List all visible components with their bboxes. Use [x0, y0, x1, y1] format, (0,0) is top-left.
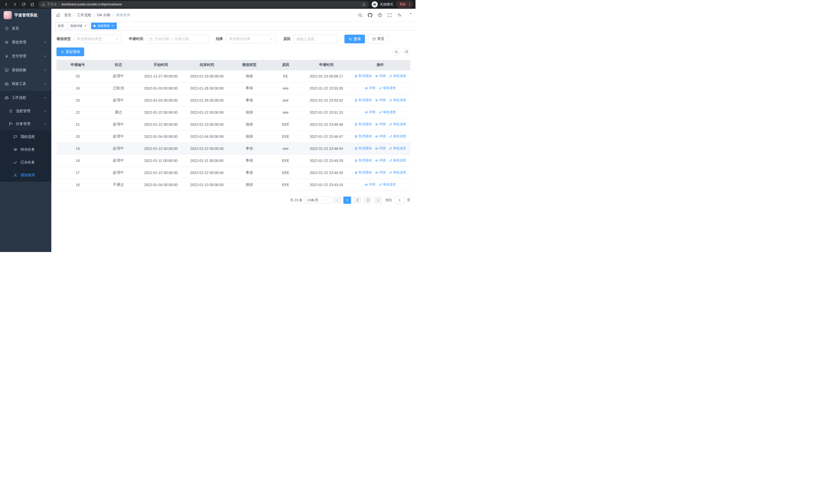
reload-button[interactable]	[20, 1, 27, 8]
yen-icon	[5, 54, 9, 58]
sidebar-item-dev-tools[interactable]: 研发工具	[0, 77, 51, 91]
page-button-2[interactable]: 2	[354, 197, 361, 204]
cell-type: 事假	[230, 94, 269, 106]
collapse-sidebar-icon[interactable]	[55, 12, 61, 18]
logo[interactable]: 芋道管理系统	[0, 9, 51, 22]
approval-progress-link[interactable]: 审批进度	[389, 134, 406, 139]
start-date-placeholder[interactable]: 开始日期	[155, 37, 169, 41]
cancel-leave-link[interactable]: 取消请假	[354, 134, 371, 139]
eye-icon	[375, 159, 378, 162]
cancel-leave-link[interactable]: 取消请假	[354, 146, 371, 151]
page-size-select[interactable]: 10条/页	[305, 197, 331, 204]
help-button[interactable]	[377, 13, 382, 18]
approval-progress-link[interactable]: 审批进度	[389, 122, 406, 126]
plus-icon	[61, 50, 64, 54]
close-icon[interactable]	[84, 24, 87, 28]
next-page-button[interactable]	[374, 197, 382, 204]
result-select[interactable]: 请选择流结果	[226, 35, 276, 43]
reset-button[interactable]: 重置	[368, 35, 389, 43]
header-search-button[interactable]	[358, 13, 363, 18]
sidebar-item-home[interactable]: 首页	[0, 22, 51, 35]
refresh-table-button[interactable]	[403, 48, 410, 56]
kebab-menu-icon[interactable]	[407, 2, 412, 6]
sidebar-item-infrastructure[interactable]: 基础设施	[0, 63, 51, 77]
sidebar-item-workflow[interactable]: 工作流程	[0, 91, 51, 105]
approval-progress-link[interactable]: 审批进度	[389, 170, 406, 175]
table-row[interactable]: 25 处理中 2021-12-27 00:00:00 2022-01-19 00…	[56, 70, 410, 82]
detail-link[interactable]: 详情	[375, 158, 385, 163]
url-text[interactable]: dashboard.yudao.iocoder.cn/bpm/oa/leave	[61, 3, 360, 6]
table-row[interactable]: 23 处理中 2022-01-03 00:00:00 2022-01-26 00…	[56, 94, 410, 106]
approval-progress-link[interactable]: 审批进度	[379, 182, 396, 187]
toggle-search-button[interactable]	[393, 48, 400, 56]
sidebar-item-payment-mgmt[interactable]: 支付管理	[0, 49, 51, 63]
cancel-leave-link[interactable]: 取消请假	[354, 170, 371, 175]
sidebar-item-process-mgmt[interactable]: 流程管理	[0, 105, 51, 118]
table-row[interactable]: 24 已取消 2022-01-03 00:00:00 2022-01-26 00…	[56, 82, 410, 94]
sidebar-item-system-mgmt[interactable]: 系统管理	[0, 35, 51, 49]
create-leave-button[interactable]: 发起请假	[56, 48, 84, 56]
forward-button[interactable]	[11, 1, 19, 8]
sidebar-item-done-tasks[interactable]: 已办任务	[0, 156, 51, 169]
cancel-leave-link[interactable]: 取消请假	[354, 74, 371, 78]
approval-progress-link[interactable]: 审批进度	[389, 98, 406, 102]
detail-link[interactable]: 详情	[375, 170, 385, 175]
tab-leave-query[interactable]: 请假查询	[91, 23, 117, 29]
total-count: 共 23 条	[290, 198, 302, 203]
address-bar[interactable]: 不安全 dashboard.yudao.iocoder.cn/bpm/oa/le…	[38, 1, 369, 8]
approval-progress-link[interactable]: 审批进度	[379, 86, 396, 90]
cancel-leave-link[interactable]: 取消请假	[354, 158, 371, 163]
sidebar-item-leave-query[interactable]: 请假查询	[0, 169, 51, 182]
page-button-1[interactable]: 1	[343, 197, 351, 204]
tab-process-detail[interactable]: 流程详情	[68, 23, 90, 29]
back-button[interactable]	[3, 1, 10, 8]
page-button-3[interactable]: 3	[364, 197, 372, 204]
detail-link[interactable]: 详情	[375, 146, 385, 151]
font-size-button[interactable]	[397, 13, 402, 18]
table-row[interactable]: 21 处理中 2022-01-22 00:00:00 2022-01-23 00…	[56, 118, 410, 130]
approval-progress-link[interactable]: 审批进度	[379, 110, 396, 114]
approval-progress-link[interactable]: 审批进度	[389, 74, 406, 78]
sidebar-item-todo-tasks[interactable]: 待办任务	[0, 143, 51, 156]
approval-progress-link[interactable]: 审批进度	[389, 146, 406, 151]
prev-page-button[interactable]	[333, 197, 341, 204]
end-date-placeholder[interactable]: 结束日期	[174, 37, 189, 41]
goto-page-input[interactable]	[394, 197, 405, 204]
github-button[interactable]	[368, 13, 372, 18]
close-icon[interactable]	[111, 24, 114, 28]
bookmark-star-icon[interactable]	[362, 2, 366, 6]
detail-link[interactable]: 详情	[375, 74, 385, 78]
reason-input[interactable]	[294, 35, 337, 43]
sidebar-item-task-mgmt[interactable]: 任务管理	[0, 118, 51, 130]
table-row[interactable]: 16 不通过 2022-01-04 00:00:00 2022-01-13 00…	[56, 179, 410, 191]
cancel-leave-link[interactable]: 取消请假	[354, 98, 371, 102]
cancel-leave-link[interactable]: 取消请假	[354, 122, 371, 126]
detail-link[interactable]: 详情	[375, 134, 385, 139]
update-button[interactable]: 更新	[396, 1, 413, 8]
table-row[interactable]: 22 通过 2022-01-22 00:00:00 2022-01-22 00:…	[56, 106, 410, 118]
leave-type-select[interactable]: 请选择请假类型	[74, 35, 122, 43]
table-row[interactable]: 18 处理中 2022-01-11 00:00:00 2022-01-11 00…	[56, 154, 410, 167]
cell-applied: 2022-01-23 00:06:17	[302, 70, 350, 82]
detail-link[interactable]: 详情	[365, 86, 375, 90]
security-label[interactable]: 不安全	[47, 2, 57, 7]
gear-icon	[5, 40, 9, 45]
detail-link[interactable]: 详情	[365, 110, 375, 114]
fullscreen-button[interactable]	[387, 13, 392, 18]
table-row[interactable]: 20 处理中 2022-01-04 00:00:00 2022-01-04 00…	[56, 130, 410, 142]
breadcrumb-item[interactable]: 工作流程	[77, 13, 91, 18]
detail-link[interactable]: 详情	[365, 182, 375, 187]
table-row[interactable]: 19 处理中 2022-01-22 00:00:00 2022-01-22 00…	[56, 142, 410, 154]
table-toolbar: 发起请假	[56, 48, 410, 56]
detail-link[interactable]: 详情	[375, 98, 385, 102]
breadcrumb-item[interactable]: OA 示例	[97, 13, 110, 18]
home-button[interactable]	[29, 1, 36, 8]
table-row[interactable]: 17 处理中 2022-01-22 00:00:00 2022-01-22 00…	[56, 167, 410, 179]
breadcrumb-item[interactable]: 首页	[64, 13, 71, 18]
tab-home[interactable]: 首页	[55, 23, 66, 29]
search-button[interactable]: 搜索	[344, 35, 365, 43]
apply-time-range-picker[interactable]: 开始日期 - 结束日期	[146, 35, 209, 43]
sidebar-item-my-process[interactable]: 我的流程	[0, 130, 51, 143]
approval-progress-link[interactable]: 审批进度	[389, 158, 406, 163]
detail-link[interactable]: 详情	[375, 122, 385, 126]
